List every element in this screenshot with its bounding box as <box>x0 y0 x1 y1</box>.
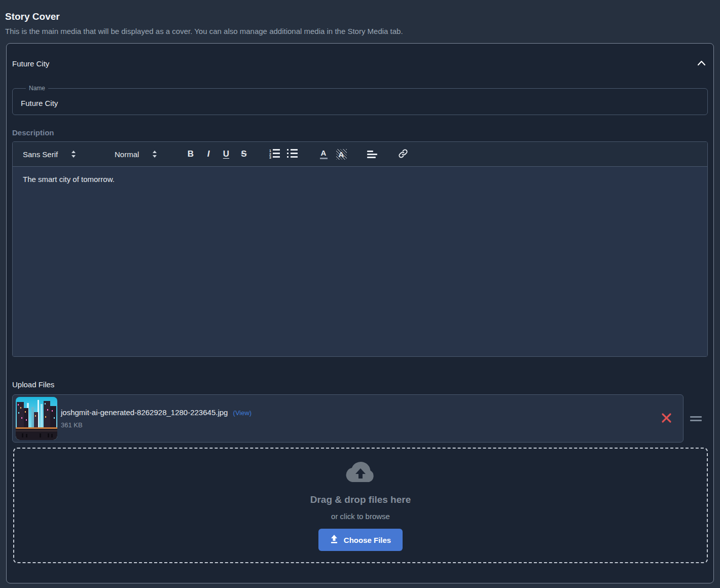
file-dropzone[interactable]: Drag & drop files here or click to brows… <box>13 448 708 563</box>
align-left-icon <box>367 151 377 158</box>
uploaded-file-strip: joshgmit-ai-generated-8262928_1280-22364… <box>12 394 708 443</box>
link-button[interactable] <box>396 148 410 161</box>
drag-handle-icon[interactable] <box>683 416 708 421</box>
italic-button[interactable]: I <box>201 148 215 161</box>
upload-files-label: Upload Files <box>12 380 708 389</box>
remove-file-button[interactable] <box>660 412 673 426</box>
collapse-button[interactable] <box>696 59 707 68</box>
page: Story Cover This is the main media that … <box>0 0 720 583</box>
svg-text:3: 3 <box>269 156 271 159</box>
view-link[interactable]: (View) <box>233 409 252 417</box>
description-label: Description <box>12 128 708 137</box>
text-color-icon: A <box>320 149 328 159</box>
font-picker[interactable]: Sans Serif <box>23 150 96 159</box>
page-subtitle: This is the main media that will be disp… <box>5 27 714 35</box>
svg-text:1: 1 <box>269 149 271 152</box>
file-name: joshgmit-ai-generated-8262928_1280-22364… <box>61 408 228 417</box>
dropzone-title: Drag & drop files here <box>14 494 707 505</box>
size-picker[interactable]: Normal <box>115 150 170 159</box>
file-meta: joshgmit-ai-generated-8262928_1280-22364… <box>61 408 251 429</box>
dropzone-subtitle: or click to browse <box>14 512 707 521</box>
page-title: Story Cover <box>5 11 714 22</box>
updown-arrows-icon <box>71 150 76 158</box>
align-button[interactable] <box>365 148 379 161</box>
cloud-upload-icon <box>344 477 377 486</box>
ordered-list-icon: 1 2 3 <box>269 149 280 160</box>
editor-toolbar: Sans Serif Normal B I U S <box>13 142 707 167</box>
text-color-button[interactable]: A <box>316 148 331 161</box>
name-field[interactable]: Name Future City <box>12 85 708 115</box>
link-icon <box>398 149 408 160</box>
card-title: Future City <box>12 59 49 68</box>
background-color-button[interactable]: A <box>334 148 348 161</box>
bullet-list-icon <box>287 149 298 160</box>
x-icon <box>661 413 672 425</box>
font-picker-value: Sans Serif <box>23 150 58 159</box>
upload-icon <box>330 535 338 545</box>
name-field-label: Name <box>26 85 48 92</box>
ordered-list-button[interactable]: 1 2 3 <box>268 148 282 161</box>
bold-button[interactable]: B <box>184 148 198 161</box>
editor-content[interactable]: The smart city of tomorrow. <box>13 167 707 356</box>
updown-arrows-icon <box>152 150 157 158</box>
file-thumbnail <box>16 397 57 440</box>
chevron-up-icon <box>697 60 706 67</box>
underline-button[interactable]: U <box>219 148 233 161</box>
file-size: 361 KB <box>61 421 251 429</box>
choose-files-label: Choose Files <box>344 536 391 544</box>
rich-text-editor: Sans Serif Normal B I U S <box>12 141 708 357</box>
card-header: Future City <box>12 59 707 68</box>
name-input[interactable]: Future City <box>21 96 699 107</box>
size-picker-value: Normal <box>115 150 139 159</box>
story-cover-card: Future City Name Future City Description… <box>6 43 714 583</box>
background-color-icon: A <box>336 149 347 160</box>
strikethrough-button[interactable]: S <box>237 148 251 161</box>
bullet-list-button[interactable] <box>285 148 300 161</box>
choose-files-button[interactable]: Choose Files <box>318 529 403 551</box>
uploaded-file-row: joshgmit-ai-generated-8262928_1280-22364… <box>12 394 683 443</box>
